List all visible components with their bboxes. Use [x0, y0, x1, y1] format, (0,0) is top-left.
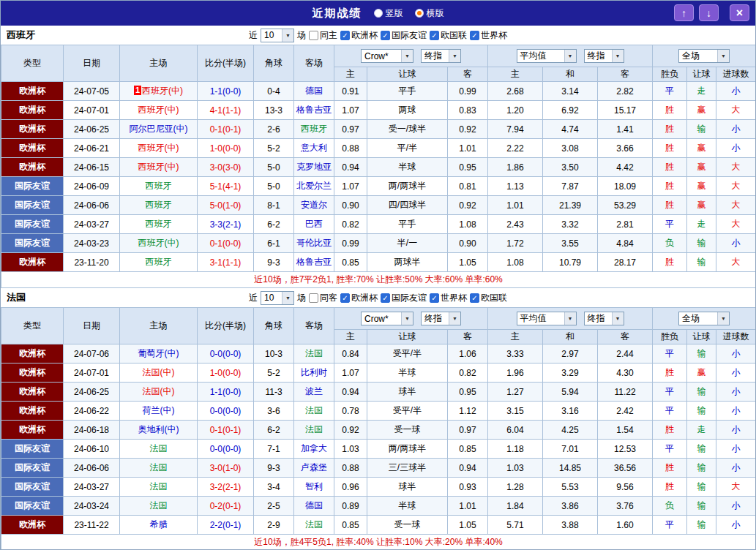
- odds-home: 0.88: [334, 139, 367, 158]
- league-checkbox-euro[interactable]: 欧洲杯: [340, 292, 378, 304]
- odds-handicap: 受一球: [367, 516, 448, 535]
- away-team-link[interactable]: 法国: [305, 405, 323, 415]
- away-team-link[interactable]: 法国: [305, 519, 323, 530]
- home-team-link[interactable]: 荷兰(中): [143, 405, 175, 415]
- result-goals: 小: [716, 402, 756, 421]
- odds-company-select[interactable]: Crow*▼: [361, 49, 413, 63]
- result-goals: 大: [716, 253, 756, 272]
- league-checkbox-nations[interactable]: 欧国联: [470, 292, 507, 304]
- away-team-link[interactable]: 北爱尔兰: [296, 181, 332, 191]
- result-outcome: 胜: [653, 139, 687, 158]
- checkbox-icon[interactable]: [309, 31, 318, 40]
- checkbox-icon[interactable]: [470, 293, 479, 303]
- home-team-link[interactable]: 西班牙: [146, 219, 172, 229]
- radio-horizontal-layout[interactable]: 横版: [415, 7, 444, 20]
- col-header-odds-handicap: 让球: [367, 330, 448, 344]
- result-outcome: 平: [653, 383, 687, 402]
- home-team-link[interactable]: 法国(中): [143, 367, 175, 377]
- home-team-link[interactable]: 希腊: [150, 519, 168, 530]
- odds-company-select[interactable]: Crow*▼: [361, 312, 413, 325]
- home-team-link[interactable]: 法国: [150, 500, 168, 511]
- close-button[interactable]: ×: [730, 4, 749, 21]
- home-team-link[interactable]: 奥地利(中): [138, 424, 179, 434]
- league-checkbox-nations[interactable]: 欧国联: [430, 29, 467, 42]
- home-team-link[interactable]: 法国(中): [143, 386, 175, 396]
- checkbox-icon[interactable]: [381, 31, 390, 40]
- competition-type: 国际友谊: [1, 440, 64, 459]
- home-team-link[interactable]: 西班牙(中): [138, 238, 179, 248]
- away-team-link[interactable]: 波兰: [305, 386, 323, 396]
- col-header-home: 主场: [120, 45, 198, 82]
- average-final-select[interactable]: 终指▼: [584, 312, 624, 325]
- home-team-link[interactable]: 西班牙: [146, 200, 172, 210]
- result-handicap: 输: [687, 234, 716, 253]
- away-team-link[interactable]: 比利时: [301, 367, 327, 377]
- home-team-cell: 法国: [120, 459, 198, 478]
- league-checkbox-friendly[interactable]: 国际友谊: [381, 292, 427, 304]
- away-team-link[interactable]: 意大利: [301, 143, 327, 153]
- odds-final-select[interactable]: 终指▼: [421, 312, 461, 325]
- away-team-link[interactable]: 克罗地亚: [296, 162, 332, 172]
- odds-handicap: 受平/半: [367, 402, 448, 421]
- col-header-result-handicap: 让球: [687, 330, 716, 344]
- away-team-link[interactable]: 格鲁吉亚: [296, 105, 332, 115]
- move-up-button[interactable]: ↑: [674, 4, 694, 21]
- odds-handicap: 两/两球半: [367, 177, 448, 196]
- radio-icon[interactable]: [374, 9, 383, 18]
- home-team-link[interactable]: 西班牙(中): [138, 143, 179, 153]
- match-count-select[interactable]: 10 ▼: [261, 29, 294, 42]
- home-team-link[interactable]: 西班牙: [146, 181, 172, 191]
- home-team-link[interactable]: 西班牙(中): [138, 162, 179, 172]
- radio-vertical-layout[interactable]: 竖版: [374, 7, 403, 20]
- match-date: 24-07-05: [64, 82, 120, 101]
- home-team-link[interactable]: 法国: [150, 462, 168, 472]
- competition-type: 欧洲杯: [1, 516, 64, 535]
- away-team-link[interactable]: 加拿大: [301, 443, 327, 453]
- away-team-link[interactable]: 哥伦比亚: [296, 238, 332, 248]
- same-home-checkbox[interactable]: 同主: [309, 29, 337, 42]
- league-checkbox-friendly[interactable]: 国际友谊: [381, 29, 427, 42]
- odds-final-select[interactable]: 终指▼: [421, 49, 461, 63]
- average-final-select[interactable]: 终指▼: [584, 49, 624, 63]
- home-team-link[interactable]: 阿尔巴尼亚(中): [130, 124, 188, 134]
- home-team-link[interactable]: 西班牙: [146, 257, 172, 267]
- odds-handicap: 三/三球半: [367, 459, 448, 478]
- league-checkbox-worldcup[interactable]: 世界杯: [470, 29, 507, 42]
- match-count-select[interactable]: 10 ▼: [261, 291, 294, 305]
- home-team-link[interactable]: 西班牙(中): [142, 86, 183, 96]
- checkbox-icon[interactable]: [430, 31, 439, 40]
- home-team-link[interactable]: 法国: [150, 443, 168, 453]
- home-team-link[interactable]: 法国: [150, 481, 168, 491]
- away-team-link[interactable]: 西班牙: [301, 124, 327, 134]
- fulltime-select[interactable]: 全场▼: [678, 49, 730, 63]
- away-team-link[interactable]: 安道尔: [301, 200, 327, 210]
- fulltime-select[interactable]: 全场▼: [678, 312, 730, 325]
- league-checkbox-worldcup[interactable]: 世界杯: [430, 292, 467, 304]
- checkbox-icon[interactable]: [340, 293, 350, 303]
- away-team-link[interactable]: 法国: [305, 348, 323, 358]
- away-team-link[interactable]: 德国: [305, 500, 323, 511]
- home-team-link[interactable]: 西班牙(中): [138, 105, 179, 115]
- away-team-link[interactable]: 巴西: [305, 219, 323, 229]
- result-outcome: 平: [653, 440, 687, 459]
- away-team-link[interactable]: 格鲁吉亚: [296, 257, 332, 267]
- away-team-link[interactable]: 法国: [305, 424, 323, 434]
- near-label: 近: [249, 29, 258, 42]
- move-down-button[interactable]: ↓: [699, 4, 719, 21]
- radio-icon[interactable]: [415, 9, 424, 18]
- odds-home: 0.96: [334, 478, 367, 497]
- checkbox-icon[interactable]: [470, 31, 479, 40]
- away-team-link[interactable]: 智利: [305, 481, 323, 491]
- league-checkbox-euro[interactable]: 欧洲杯: [340, 29, 378, 42]
- checkbox-icon[interactable]: [430, 293, 439, 303]
- checkbox-icon[interactable]: [340, 31, 350, 40]
- avg-home: 1.03: [488, 459, 543, 478]
- checkbox-icon[interactable]: [381, 293, 390, 303]
- average-select[interactable]: 平均值▼: [517, 312, 577, 325]
- home-team-link[interactable]: 葡萄牙(中): [138, 348, 179, 358]
- same-away-checkbox[interactable]: 同客: [309, 292, 337, 304]
- checkbox-icon[interactable]: [309, 293, 318, 303]
- average-select[interactable]: 平均值▼: [517, 49, 577, 63]
- away-team-link[interactable]: 德国: [305, 86, 323, 96]
- away-team-link[interactable]: 卢森堡: [301, 462, 327, 472]
